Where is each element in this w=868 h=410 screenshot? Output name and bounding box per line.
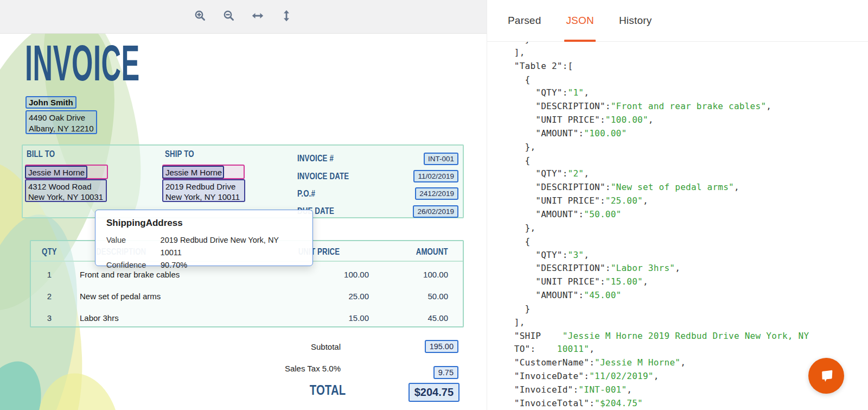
line-item-qty: 2 (31, 292, 68, 301)
tooltip-confidence: 90.70% (161, 259, 187, 272)
line-item-description: New set of pedal arms (68, 292, 304, 301)
code-line: { (503, 73, 868, 87)
line-item-amount: 100.00 (369, 270, 463, 279)
code-line: "AMOUNT":"45.00" (503, 289, 868, 302)
bill-to-label: BILL TO (27, 149, 55, 160)
detection-box-meta-value[interactable]: 26/02/2019 (413, 205, 458, 218)
code-line: }, (503, 222, 868, 235)
sales-tax-label: Sales Tax 5.0% (190, 364, 341, 373)
tooltip-value-label: Value (106, 234, 161, 259)
code-line: { (503, 235, 868, 249)
fit-height-button[interactable] (279, 10, 293, 24)
tab-parsed[interactable]: Parsed (508, 0, 541, 41)
vendor-address-line2: Albany, NY 12210 (29, 123, 96, 134)
detection-box-ship-name[interactable]: Jessie M Horne (162, 166, 224, 179)
billing-address-line2: New York, NY 10031 (28, 192, 106, 202)
detection-box-vendor-address[interactable]: 4490 Oak Drive Albany, NY 12210 (25, 110, 97, 134)
total-label: TOTAL (310, 382, 346, 399)
line-item-description: Labor 3hrs (68, 313, 304, 323)
detection-box-meta-value[interactable]: 11/02/2019 (413, 170, 458, 182)
code-line: "UNIT PRICE":"15.00", (503, 275, 868, 289)
document-toolbar (0, 0, 487, 34)
detection-box-bill-name[interactable]: Jessie M Horne (25, 166, 87, 179)
app-window: INVOICE John Smith 4490 Oak Drive Albany… (0, 0, 868, 410)
code-line: "UNIT PRICE":"100.00", (503, 113, 868, 127)
zoom-in-icon (194, 9, 207, 24)
line-item-amount: 50.00 (369, 292, 463, 301)
ship-to-label: SHIP TO (165, 149, 194, 160)
code-line: "QTY":"2", (503, 167, 868, 181)
code-line: ], (503, 46, 868, 60)
line-item-unit-price: 100.00 (304, 270, 369, 279)
code-line: "DESCRIPTION":"New set of pedal arms", (503, 181, 868, 194)
document-viewer-pane: INVOICE John Smith 4490 Oak Drive Albany… (0, 0, 487, 410)
tooltip-field-name: ShippingAddress (106, 218, 302, 229)
chat-bubble-icon (817, 366, 835, 386)
code-line: "AMOUNT":"100.00" (503, 127, 868, 141)
table-header-amount: AMOUNT (416, 247, 448, 257)
detection-box-meta-value[interactable]: 2412/2019 (415, 187, 458, 200)
tab-history[interactable]: History (619, 0, 652, 41)
code-line: ], (503, 316, 868, 330)
invoice-meta-label: P.O.# (297, 188, 315, 199)
zoom-out-button[interactable] (222, 10, 236, 24)
code-line: } (503, 42, 868, 46)
subtotal-label: Subtotal (190, 342, 341, 351)
invoice-meta-label: INVOICE DATE (297, 171, 349, 182)
code-line: "UNIT PRICE":"25.00", (503, 194, 868, 208)
code-line: "QTY":"3", (503, 249, 868, 262)
line-item-qty: 3 (31, 313, 68, 323)
detection-box-customer-name[interactable]: John Smith (25, 96, 76, 109)
field-tooltip: ShippingAddress Value 2019 Redbud Drive … (95, 210, 313, 266)
code-line: "AMOUNT":"50.00" (503, 208, 868, 222)
invoice-meta-row: DUE DATE 26/02/2019 (297, 203, 458, 220)
code-line: "QTY":"1", (503, 86, 868, 100)
shipping-address-line1: 2019 Redbud Drive (165, 181, 244, 192)
code-line: "DESCRIPTION":"Front and rear brake cabl… (503, 100, 868, 113)
results-tabs: Parsed JSON History (487, 0, 868, 42)
code-line: "InvoiceTotal":"$204.75" (503, 397, 868, 410)
invoice-meta: INVOICE # INT-001 INVOICE DATE 11/02/201… (297, 150, 458, 220)
json-output: } ], "Table 2":[ { "QTY":"1", "DESCRIPTI… (503, 42, 868, 410)
chat-launcher-button[interactable] (808, 358, 844, 394)
line-item-amount: 45.00 (369, 313, 463, 323)
tab-json[interactable]: JSON (566, 0, 593, 41)
invoice-document[interactable]: INVOICE John Smith 4490 Oak Drive Albany… (0, 34, 487, 410)
code-line: "Table 2":[ (503, 60, 868, 73)
fit-height-icon (280, 9, 293, 24)
line-items: 1 Front and rear brake cables 100.00 100… (31, 264, 463, 329)
fit-width-icon (251, 9, 264, 24)
detection-box-billing-address[interactable]: 4312 Wood Road New York, NY 10031 (25, 179, 107, 202)
code-line: } (503, 302, 868, 316)
line-item-row: 3 Labor 3hrs 15.00 45.00 (31, 307, 463, 329)
zoom-out-icon (222, 9, 235, 24)
detection-box-total[interactable]: $204.75 (409, 383, 459, 402)
code-line: { (503, 154, 868, 168)
line-item-unit-price: 15.00 (304, 313, 369, 323)
code-line: "DESCRIPTION":"Labor 3hrs", (503, 262, 868, 275)
shipping-address-line2: New York, NY 10011 (165, 192, 244, 202)
json-output-viewport[interactable]: } ], "Table 2":[ { "QTY":"1", "DESCRIPTI… (487, 42, 868, 410)
invoice-meta-row: INVOICE DATE 11/02/2019 (297, 167, 458, 185)
detection-box-sales-tax[interactable]: 9.75 (433, 366, 458, 379)
tooltip-confidence-label: Confidence (106, 259, 161, 272)
zoom-in-button[interactable] (193, 10, 207, 24)
code-line: "SHIP "Jessie M Horne 2019 Redbud Drive … (503, 330, 868, 343)
invoice-meta-label: INVOICE # (297, 153, 334, 164)
detection-box-shipping-address[interactable]: 2019 Redbud Drive New York, NY 10011 (162, 179, 245, 202)
invoice-meta-row: P.O.# 2412/2019 (297, 185, 458, 203)
line-item-row: 2 New set of pedal arms 25.00 50.00 (31, 286, 463, 307)
code-line: TO": 10011", (503, 343, 868, 356)
line-item-unit-price: 25.00 (304, 292, 369, 301)
invoice-meta-row: INVOICE # INT-001 (297, 150, 458, 167)
table-header-qty: QTY (42, 247, 57, 257)
fit-width-button[interactable] (251, 10, 265, 24)
tooltip-value: 2019 Redbud Drive New York, NY 10011 (161, 234, 302, 259)
detection-box-subtotal[interactable]: 195.00 (425, 340, 458, 353)
vendor-address-line1: 4490 Oak Drive (29, 112, 96, 123)
code-line: }, (503, 141, 868, 154)
line-item-qty: 1 (31, 270, 68, 279)
billing-address-line1: 4312 Wood Road (28, 181, 106, 192)
results-panel: Parsed JSON History } ], "Table 2":[ { "… (487, 0, 868, 410)
detection-box-meta-value[interactable]: INT-001 (424, 153, 458, 165)
